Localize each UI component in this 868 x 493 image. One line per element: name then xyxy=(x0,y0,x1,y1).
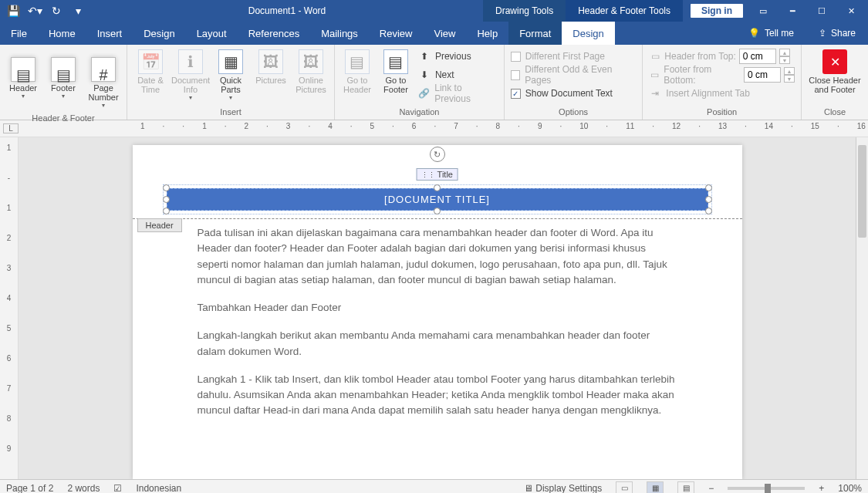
tab-references[interactable]: References xyxy=(238,22,310,45)
tab-insert[interactable]: Insert xyxy=(86,22,133,45)
horizontal-ruler[interactable]: L 1··1·2·3·4·5·6·7·8·9·10·11·12·13·14·15… xyxy=(0,120,868,137)
zoom-level[interactable]: 100% xyxy=(838,483,862,494)
resize-handle[interactable] xyxy=(163,184,170,191)
redo-icon[interactable]: ↻ xyxy=(48,2,65,19)
tell-me-button[interactable]: 💡Tell me xyxy=(736,22,806,45)
resize-handle[interactable] xyxy=(163,208,170,214)
close-window-icon[interactable]: ✕ xyxy=(842,2,860,20)
goto-header-button[interactable]: ▤Go to Header xyxy=(338,46,377,97)
goto-header-icon: ▤ xyxy=(345,49,370,74)
sign-in-button[interactable]: Sign in xyxy=(691,4,743,18)
resize-handle[interactable] xyxy=(705,196,712,203)
previous-button[interactable]: ⬆Previous xyxy=(418,48,498,65)
tab-design-hf[interactable]: Design xyxy=(562,22,614,45)
quick-access-toolbar: 💾 ↶▾ ↻ ▾ xyxy=(0,0,91,22)
insert-alignment-tab-button: ⇥Insert Alignment Tab xyxy=(649,85,795,102)
word-count[interactable]: 2 words xyxy=(67,483,100,494)
online-pictures-button[interactable]: 🖼Online Pictures xyxy=(291,46,331,97)
group-label: Position xyxy=(646,106,798,120)
tab-format[interactable]: Format xyxy=(508,22,562,45)
step-up-icon[interactable]: ▲ xyxy=(779,49,790,56)
quick-parts-button[interactable]: ▦Quick Parts▾ xyxy=(211,46,251,104)
resize-handle[interactable] xyxy=(434,184,441,191)
page[interactable]: ↻ ⋮⋮ Title [DOCUMENT TITLE] Header Pada … xyxy=(133,145,742,479)
step-up-icon[interactable]: ▲ xyxy=(784,67,795,75)
maximize-icon[interactable]: ☐ xyxy=(812,2,831,20)
page-count[interactable]: Page 1 of 2 xyxy=(6,483,53,494)
close-header-footer-button[interactable]: ✕Close Header and Footer xyxy=(805,46,865,97)
resize-handle[interactable] xyxy=(434,208,441,214)
tab-file[interactable]: File xyxy=(0,22,38,45)
paragraph[interactable]: Langkah 1 - Klik tab Insert, dan klik to… xyxy=(198,372,677,419)
paragraph[interactable]: Pada tulisan ini akan dijelaskan bagaima… xyxy=(198,225,677,288)
qat-customize-icon[interactable]: ▾ xyxy=(69,2,86,19)
pictures-button[interactable]: 🖼Pictures xyxy=(251,46,291,88)
paragraph[interactable]: Langkah-langkah berikut akan membantu An… xyxy=(198,328,677,360)
step-down-icon[interactable]: ▼ xyxy=(779,56,790,64)
page-number-button[interactable]: #Page Number▾ xyxy=(83,46,123,112)
share-button[interactable]: ⇪Share xyxy=(806,22,868,45)
group-label: Insert xyxy=(130,106,331,120)
zoom-in-icon[interactable]: + xyxy=(819,483,824,494)
header-tag[interactable]: Header xyxy=(137,218,182,232)
link-previous-button: 🔗Link to Previous xyxy=(418,85,498,102)
footer-from-bottom-spinner[interactable]: ▭ Footer from Bottom: ▲▼ xyxy=(649,66,795,83)
vertical-scrollbar[interactable] xyxy=(856,137,868,479)
content-control-tag[interactable]: ⋮⋮ Title xyxy=(416,168,458,181)
vertical-ruler[interactable]: 1-123456789 xyxy=(0,137,19,479)
read-mode-icon[interactable]: ▭ xyxy=(616,481,633,494)
down-arrow-icon: ⬇ xyxy=(418,69,431,81)
display-settings-button[interactable]: 🖥 Display Settings xyxy=(524,483,602,494)
next-button[interactable]: ⬇Next xyxy=(418,66,498,83)
context-tab-header-footer[interactable]: Header & Footer Tools xyxy=(566,0,683,22)
header-boundary: Header xyxy=(133,218,742,219)
context-tab-drawing[interactable]: Drawing Tools xyxy=(483,0,566,22)
tab-design[interactable]: Design xyxy=(133,22,185,45)
tab-mailings[interactable]: Mailings xyxy=(310,22,369,45)
save-icon[interactable]: 💾 xyxy=(5,2,22,19)
tab-review[interactable]: Review xyxy=(369,22,424,45)
group-header-footer: ▤Header▾ ▤Footer▾ #Page Number▾ Header &… xyxy=(0,45,127,120)
date-time-button[interactable]: 📅Date & Time xyxy=(130,46,171,97)
group-label: Options xyxy=(508,106,640,120)
tab-help[interactable]: Help xyxy=(466,22,508,45)
header-from-top-spinner[interactable]: ▭ Header from Top: ▲▼ xyxy=(649,48,795,65)
info-icon: ℹ xyxy=(178,49,203,74)
rotate-handle-icon[interactable]: ↻ xyxy=(430,147,445,162)
tab-home[interactable]: Home xyxy=(38,22,86,45)
header-icon: ▤ xyxy=(11,57,35,82)
header-button[interactable]: ▤Header▾ xyxy=(3,46,43,103)
resize-handle[interactable] xyxy=(163,196,170,203)
proofing-icon[interactable]: ☑ xyxy=(113,483,122,494)
goto-footer-button[interactable]: ▤Go to Footer xyxy=(377,46,415,97)
document-info-button[interactable]: ℹDocument Info▾ xyxy=(171,46,211,104)
print-layout-icon[interactable]: ▦ xyxy=(647,481,664,494)
tab-view[interactable]: View xyxy=(423,22,466,45)
zoom-slider[interactable] xyxy=(728,487,805,490)
tab-layout[interactable]: Layout xyxy=(186,22,238,45)
header-top-input[interactable] xyxy=(739,49,776,64)
web-layout-icon[interactable]: ▤ xyxy=(677,481,694,494)
step-down-icon[interactable]: ▼ xyxy=(784,75,795,83)
bulb-icon: 💡 xyxy=(748,28,760,39)
footer-button[interactable]: ▤Footer▾ xyxy=(43,46,83,103)
resize-handle[interactable] xyxy=(705,184,712,191)
group-insert: 📅Date & Time ℹDocument Info▾ ▦Quick Part… xyxy=(127,45,335,120)
undo-icon[interactable]: ↶▾ xyxy=(26,2,43,19)
title-shape[interactable]: [DOCUMENT TITLE] xyxy=(167,188,708,211)
minimize-icon[interactable]: ━ xyxy=(783,2,802,20)
footer-bottom-input[interactable] xyxy=(744,67,781,83)
ribbon-tabs: File Home Insert Design Layout Reference… xyxy=(0,22,868,45)
ribbon-display-icon[interactable]: ▭ xyxy=(754,2,772,20)
scrollbar-thumb[interactable] xyxy=(858,145,866,238)
zoom-thumb[interactable] xyxy=(765,484,771,493)
language-status[interactable]: Indonesian xyxy=(136,483,181,494)
zoom-out-icon[interactable]: − xyxy=(708,483,714,494)
document-title: Document1 - Word xyxy=(91,0,483,22)
document-body[interactable]: Pada tulisan ini akan dijelaskan bagaima… xyxy=(133,219,742,447)
show-document-text-checkbox[interactable]: ✓Show Document Text xyxy=(511,85,637,102)
tab-selector-icon[interactable]: L xyxy=(3,123,19,133)
paragraph[interactable]: Tambahkan Header dan Footer xyxy=(198,300,677,316)
resize-handle[interactable] xyxy=(705,208,712,214)
page-canvas[interactable]: ↻ ⋮⋮ Title [DOCUMENT TITLE] Header Pada … xyxy=(19,137,856,479)
